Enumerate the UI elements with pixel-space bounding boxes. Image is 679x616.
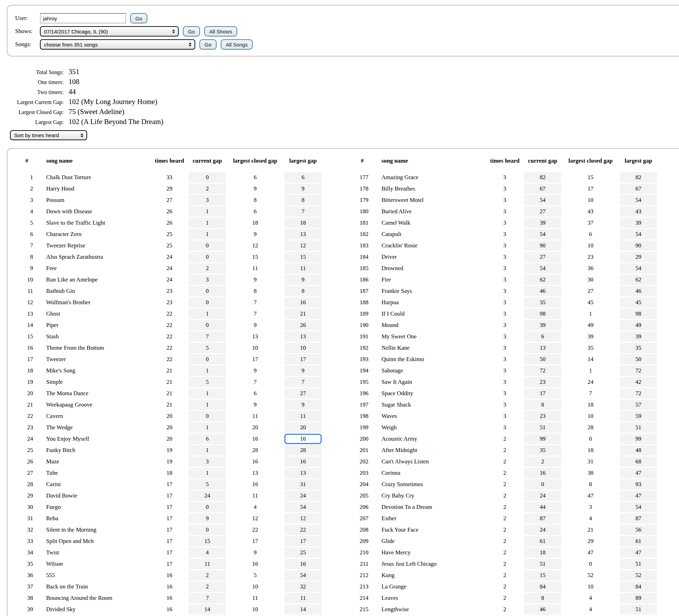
current-gap-cell[interactable]: 0 [189,172,226,183]
current-gap-cell[interactable]: 2 [189,263,226,274]
current-gap-cell[interactable]: 84 [524,582,561,592]
largest-gap-cell[interactable]: 26 [284,320,322,330]
largest-gap-cell-focused[interactable]: 16 [284,434,322,444]
current-gap-cell[interactable]: 3 [189,456,226,467]
current-gap-cell[interactable]: 17 [524,388,561,399]
largest-gap-cell[interactable]: 52 [620,570,657,581]
current-gap-cell[interactable]: 27 [524,252,561,262]
current-gap-cell[interactable]: 46 [524,286,561,296]
current-gap-cell[interactable]: 61 [524,536,561,546]
current-gap-cell[interactable]: 0 [189,525,226,535]
user-go-button[interactable]: Go [130,13,147,23]
current-gap-cell[interactable]: 3 [189,275,226,285]
largest-gap-cell[interactable]: 13 [284,229,322,239]
current-gap-cell[interactable]: 87 [524,513,561,524]
largest-gap-cell[interactable]: 16 [284,297,322,308]
current-gap-cell[interactable]: 62 [524,275,561,285]
largest-gap-cell[interactable]: 47 [620,491,657,501]
current-gap-cell[interactable]: 1 [189,400,226,410]
largest-gap-cell[interactable]: 61 [620,536,657,546]
sort-select[interactable]: Sort by times heard [10,130,87,140]
largest-gap-cell[interactable]: 51 [620,422,657,433]
current-gap-cell[interactable]: 35 [524,297,561,308]
largest-gap-cell[interactable]: 82 [620,172,657,183]
current-gap-cell[interactable]: 0 [189,252,226,262]
current-gap-cell[interactable]: 99 [524,434,561,444]
largest-gap-cell[interactable]: 68 [620,456,657,467]
shows-go-button[interactable]: Go [183,26,200,37]
user-input[interactable] [40,13,126,23]
current-gap-cell[interactable]: 8 [524,593,561,603]
largest-gap-cell[interactable]: 20 [284,422,322,433]
current-gap-cell[interactable]: 54 [524,229,561,239]
largest-gap-cell[interactable]: 47 [620,468,657,478]
largest-gap-cell[interactable]: 67 [620,184,657,194]
largest-gap-cell[interactable]: 25 [284,547,322,558]
current-gap-cell[interactable]: 7 [189,593,226,603]
largest-gap-cell[interactable]: 72 [620,366,657,376]
largest-gap-cell[interactable]: 50 [620,354,657,365]
current-gap-cell[interactable]: 1 [189,422,226,433]
current-gap-cell[interactable]: 0 [189,286,226,296]
largest-gap-cell[interactable]: 89 [620,593,657,603]
current-gap-cell[interactable]: 54 [524,195,561,205]
current-gap-cell[interactable]: 39 [524,320,561,330]
largest-gap-cell[interactable]: 39 [620,218,657,228]
current-gap-cell[interactable]: 1 [189,218,226,228]
largest-gap-cell[interactable]: 35 [620,343,657,353]
largest-gap-cell[interactable]: 48 [620,445,657,455]
current-gap-cell[interactable]: 23 [524,411,561,421]
largest-gap-cell[interactable]: 59 [620,411,657,421]
largest-gap-cell[interactable]: 27 [284,388,322,399]
largest-gap-cell[interactable]: 8 [284,195,322,205]
largest-gap-cell[interactable]: 16 [284,559,322,569]
largest-gap-cell[interactable]: 9 [284,366,322,376]
current-gap-cell[interactable]: 2 [189,582,226,592]
largest-gap-cell[interactable]: 14 [284,604,322,615]
largest-gap-cell[interactable]: 31 [284,479,322,490]
current-gap-cell[interactable]: 5 [189,343,226,353]
current-gap-cell[interactable]: 90 [524,240,561,251]
all-songs-button[interactable]: All Songs [221,39,253,50]
largest-gap-cell[interactable]: 11 [284,411,322,421]
largest-gap-cell[interactable]: 11 [284,263,322,274]
largest-gap-cell[interactable]: 13 [284,331,322,342]
current-gap-cell[interactable]: 50 [524,354,561,365]
current-gap-cell[interactable]: 1 [189,468,226,478]
largest-gap-cell[interactable]: 7 [284,377,322,387]
current-gap-cell[interactable]: 2 [524,456,561,467]
current-gap-cell[interactable]: 0 [189,320,226,330]
current-gap-cell[interactable]: 51 [524,559,561,569]
current-gap-cell[interactable]: 7 [189,331,226,342]
largest-gap-cell[interactable]: 12 [284,240,322,251]
current-gap-cell[interactable]: 0 [524,479,561,490]
largest-gap-cell[interactable]: 72 [620,388,657,399]
current-gap-cell[interactable]: 24 [524,525,561,535]
current-gap-cell[interactable]: 54 [524,263,561,274]
current-gap-cell[interactable]: 1 [189,309,226,319]
largest-gap-cell[interactable]: 49 [620,320,657,330]
current-gap-cell[interactable]: 15 [524,570,561,581]
largest-gap-cell[interactable]: 22 [284,525,322,535]
largest-gap-cell[interactable]: 57 [620,400,657,410]
current-gap-cell[interactable]: 0 [189,354,226,365]
largest-gap-cell[interactable]: 54 [620,502,657,512]
largest-gap-cell[interactable]: 11 [284,593,322,603]
largest-gap-cell[interactable]: 54 [620,195,657,205]
largest-gap-cell[interactable]: 28 [284,445,322,455]
current-gap-cell[interactable]: 1 [189,229,226,239]
largest-gap-cell[interactable]: 51 [620,604,657,615]
largest-gap-cell[interactable]: 15 [284,252,322,262]
current-gap-cell[interactable]: 1 [189,445,226,455]
shows-select[interactable]: 07/14/2017 Chicago, IL (90) [40,26,179,37]
current-gap-cell[interactable]: 0 [189,502,226,512]
current-gap-cell[interactable]: 9 [189,513,226,524]
current-gap-cell[interactable]: 0 [189,297,226,308]
largest-gap-cell[interactable]: 56 [620,525,657,535]
current-gap-cell[interactable]: 11 [189,559,226,569]
largest-gap-cell[interactable]: 9 [284,400,322,410]
current-gap-cell[interactable]: 39 [524,218,561,228]
current-gap-cell[interactable]: 8 [524,400,561,410]
largest-gap-cell[interactable]: 17 [284,536,322,546]
largest-gap-cell[interactable]: 98 [620,309,657,319]
